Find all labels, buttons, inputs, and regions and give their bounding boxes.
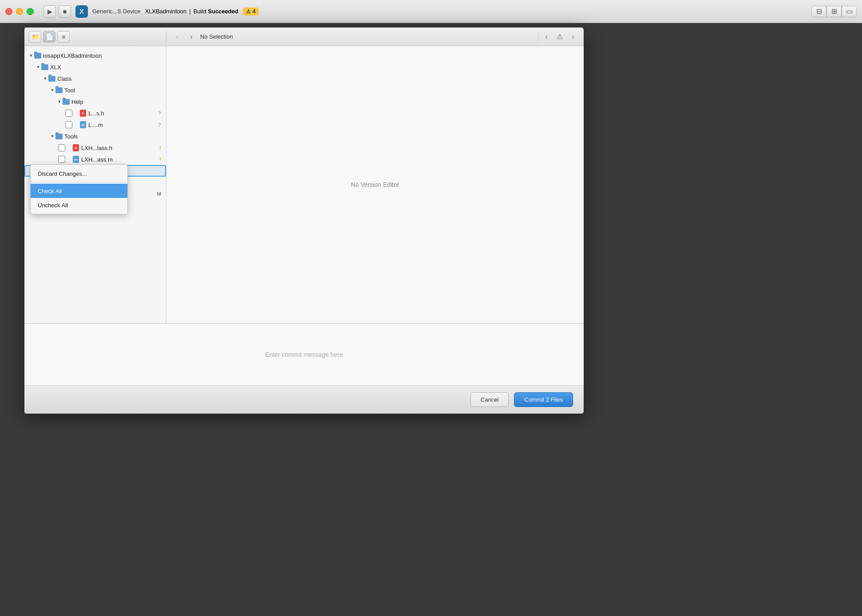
editor-toolbar: 📁 📄 ≡ ‹ › No Selection ‹ ⚠ › — [24, 28, 584, 46]
left-toolbar: 📁 📄 ≡ — [24, 31, 166, 43]
commit-placeholder: Enter commit message here — [265, 351, 343, 358]
breadcrumb-item: Generic...S Device — [92, 8, 140, 15]
disclosure-lm — [73, 122, 79, 128]
label-class: Class — [57, 75, 162, 82]
folder-icon-tools — [55, 133, 63, 140]
folder-icon-class — [48, 75, 55, 82]
list-view-button[interactable]: ≡ — [57, 31, 70, 43]
app-name: XLXBadmintoon — [145, 8, 186, 15]
build-status: XLXBadmintoon | Build Succeeded — [145, 8, 238, 15]
badge-uate: M — [156, 191, 162, 197]
checkbox-lm[interactable] — [65, 121, 72, 128]
folder-icon-tool — [55, 87, 63, 94]
label-tools: Tools — [64, 133, 162, 140]
label-lxh-h: LXH...lass.h — [81, 145, 156, 151]
folder-view-button[interactable]: 📁 — [29, 31, 41, 43]
pipe-separator: | — [189, 8, 190, 15]
commit-area[interactable]: Enter commit message here — [24, 323, 584, 385]
label-xlx: XLX — [50, 64, 162, 71]
warning-icon: ⚠ — [246, 8, 251, 15]
maximize-button[interactable] — [27, 8, 34, 15]
nav-back-button[interactable]: ‹ — [172, 32, 182, 42]
xcode-label: X — [79, 8, 83, 15]
view-toggle-editor[interactable]: ⊟ — [811, 6, 826, 17]
badge-lm: ? — [157, 122, 162, 127]
tree-item-lxh-h[interactable]: h LXH...lass.h ! — [24, 142, 166, 154]
doc-view-button[interactable]: 📄 — [43, 31, 55, 43]
tree-item-lxh-m[interactable]: m LXH...ass.m ! — [24, 154, 166, 165]
tree-item-iosapp[interactable]: ▼ iosappXLXBadmintoon — [24, 50, 166, 61]
folder-icon-help — [63, 98, 70, 105]
file-icon-lsh: h — [79, 110, 87, 117]
titlebar-right: ⊟ ⊞ ▭ — [811, 6, 857, 17]
disclosure-tool: ▼ — [49, 87, 55, 93]
commit-button[interactable]: Commit 2 Files — [514, 392, 573, 407]
disclosure-iosapp: ▼ — [28, 52, 34, 59]
folder-icon-iosapp — [34, 52, 41, 59]
cancel-button[interactable]: Cancel — [471, 392, 509, 407]
badge-lsh: ? — [157, 111, 162, 116]
label-lm: L....m — [88, 122, 155, 128]
toolbar-end: ‹ ⚠ › — [538, 32, 578, 42]
breadcrumb: Generic...S Device — [92, 8, 140, 15]
checkbox-lxh-h[interactable] — [58, 144, 65, 151]
file-icon-lm: m — [79, 121, 87, 128]
context-menu: Discard Changes... Check All Uncheck All — [30, 164, 128, 214]
bottom-bar: Cancel Commit 2 Files — [24, 385, 584, 414]
history-forward-button[interactable]: › — [568, 32, 578, 42]
titlebar: ▶ ■ X Generic...S Device XLXBadmintoon |… — [0, 0, 862, 23]
tree-item-lsh[interactable]: h L...s.h ? — [24, 107, 166, 119]
view-toggle-assistant[interactable]: ⊞ — [826, 6, 842, 17]
disclosure-class: ▼ — [42, 75, 48, 82]
tree-item-class[interactable]: ▼ Class — [24, 73, 166, 84]
tree-item-lm[interactable]: m L....m ? — [24, 119, 166, 130]
checkbox-lxh-m[interactable] — [58, 156, 65, 163]
warning-count: 4 — [253, 8, 256, 15]
content-area: ▼ iosappXLXBadmintoon ▼ XLX ▼ Class — [24, 46, 584, 385]
context-menu-item-discard[interactable]: Discard Changes... — [31, 166, 127, 181]
main-window: 📁 📄 ≡ ‹ › No Selection ‹ ⚠ › ▼ — [24, 28, 584, 414]
context-menu-separator — [31, 182, 127, 182]
no-version-label: No Version Editor — [351, 181, 399, 188]
right-toolbar: ‹ › No Selection ‹ ⚠ › — [166, 32, 584, 42]
folder-icon-xlx — [41, 63, 48, 71]
badge-lxh-m: ! — [158, 157, 162, 162]
disclosure-tools: ▼ — [49, 133, 55, 139]
tree-item-xlx[interactable]: ▼ XLX — [24, 61, 166, 73]
version-editor: No Version Editor — [166, 46, 584, 323]
tree-item-tool[interactable]: ▼ Tool — [24, 84, 166, 96]
close-button[interactable] — [5, 8, 12, 15]
titlebar-controls: ▶ ■ — [43, 5, 71, 18]
warning-badge[interactable]: ⚠ 4 — [243, 8, 259, 16]
disclosure-help: ▼ — [56, 99, 63, 105]
label-iosapp: iosappXLXBadmintoon — [43, 52, 162, 59]
build-label: Build Succeeded — [194, 8, 238, 15]
context-menu-item-uncheck-all[interactable]: Uncheck All — [31, 198, 127, 212]
run-button[interactable]: ▶ — [43, 5, 56, 18]
disclosure-lxh-m — [66, 156, 72, 162]
label-tool: Tool — [64, 87, 162, 94]
badge-lxh-h: ! — [158, 145, 162, 150]
view-toggle-version[interactable]: ▭ — [842, 6, 857, 17]
label-lxh-m: LXH...ass.m — [81, 156, 156, 163]
disclosure-lsh — [73, 110, 79, 116]
warning-btn[interactable]: ⚠ — [554, 32, 565, 42]
file-icon-lxh-h: h — [72, 144, 79, 151]
disclosure-lxh-h — [66, 145, 72, 151]
label-lsh: L...s.h — [88, 110, 155, 117]
nav-forward-button[interactable]: › — [186, 32, 197, 42]
xcode-icon: X — [75, 5, 88, 18]
traffic-lights — [5, 8, 34, 15]
tree-item-tools[interactable]: ▼ Tools — [24, 130, 166, 142]
label-help: Help — [71, 99, 162, 105]
tree-item-help[interactable]: ▼ Help — [24, 96, 166, 107]
stop-button[interactable]: ■ — [59, 5, 71, 18]
minimize-button[interactable] — [16, 8, 23, 15]
disclosure-xlx: ▼ — [35, 64, 41, 70]
context-menu-item-check-all[interactable]: Check All — [31, 184, 127, 198]
file-icon-lxh-m: m — [72, 156, 79, 163]
no-selection-label: No Selection — [200, 33, 233, 40]
checkbox-lsh[interactable] — [65, 110, 72, 117]
history-back-button[interactable]: ‹ — [541, 32, 552, 42]
